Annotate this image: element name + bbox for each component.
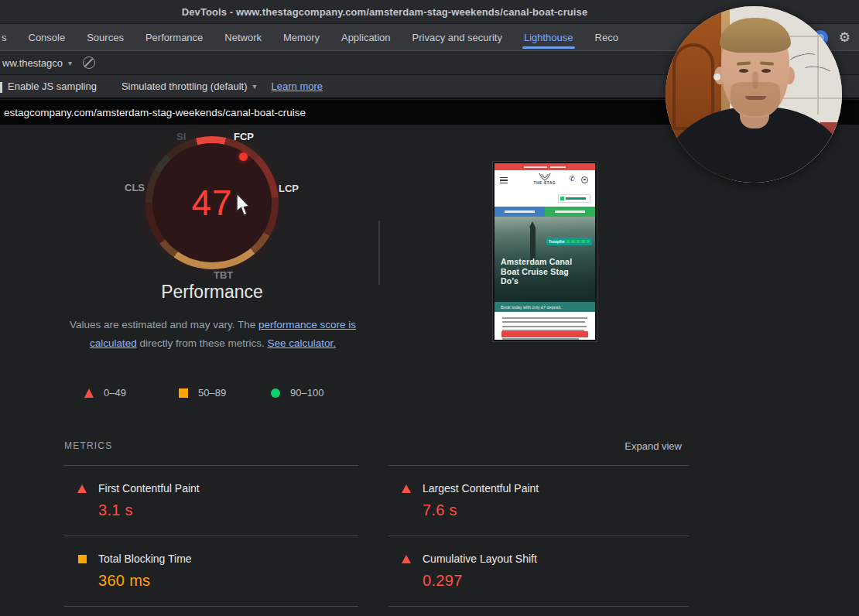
- person-eye: [761, 69, 771, 73]
- performance-score: 47: [191, 182, 232, 224]
- metric-divider: [388, 606, 689, 607]
- metric-name: First Contentful Paint: [98, 482, 200, 495]
- thumb-red-button: [501, 331, 588, 337]
- account-icon: [581, 176, 588, 183]
- score-description: Values are estimated and may vary. The p…: [66, 316, 360, 352]
- js-sampling-checkbox[interactable]: [0, 82, 2, 93]
- metric-value: 360 ms: [98, 572, 358, 590]
- poor-triangle-icon: [77, 484, 87, 493]
- thumb-hero-image: Trustpilot Amsterdam Canal Boat Cruise S…: [495, 217, 595, 302]
- tab-elements-partial[interactable]: s: [2, 24, 7, 50]
- thumb-header: THE STAG ✆: [495, 170, 595, 193]
- see-calculator-link[interactable]: See calculator.: [268, 337, 337, 349]
- lighthouse-report: 47 SI FCP LCP CLS TBT Performance Values…: [0, 125, 859, 616]
- gauge-marker-dot: [239, 152, 248, 161]
- legend-range: 90–100: [290, 387, 323, 399]
- block-icon[interactable]: [83, 56, 95, 69]
- legend-range: 50–89: [198, 387, 226, 399]
- poor-triangle-icon: [402, 555, 411, 563]
- metric-value: 0.297: [423, 572, 689, 590]
- thumb-logo: THE STAG: [495, 173, 595, 185]
- performance-score-gauge[interactable]: 47: [145, 136, 279, 269]
- mouse-cursor-icon: [234, 193, 252, 217]
- category-title: Performance: [119, 282, 305, 303]
- metric-total-blocking-time: Total Blocking Time 360 ms: [64, 536, 358, 606]
- thumb-deposit-bar: Book today with only £7 deposit.: [495, 302, 595, 312]
- window-title: DevTools - www.thestagcompany.com/amster…: [182, 6, 588, 18]
- tab-sources[interactable]: Sources: [87, 24, 124, 50]
- metric-cumulative-layout-shift: Cumulative Layout Shift 0.297: [388, 536, 689, 606]
- thumb-cta-buttons: [495, 207, 595, 217]
- average-square-icon: [179, 388, 188, 398]
- thumb-green-button: [545, 207, 595, 217]
- person-eye: [739, 69, 748, 73]
- webcam-overlay: [666, 6, 842, 183]
- origin-dropdown[interactable]: ww.thestagco: [0, 57, 63, 69]
- settings-gear-icon[interactable]: ⚙: [839, 29, 850, 46]
- metric-name: Cumulative Layout Shift: [423, 553, 537, 565]
- thumb-deposit-text: Book today with only £7 deposit.: [501, 305, 562, 310]
- gauge-label-tbt: TBT: [214, 269, 233, 281]
- thumb-promo-banner: [495, 163, 595, 170]
- church-tower-silhouette: [530, 228, 536, 260]
- trustpilot-label: Trustpilot: [549, 240, 565, 244]
- metric-largest-contentful-paint: Largest Contentful Paint 7.6 s: [388, 466, 689, 536]
- metric-first-contentful-paint: First Contentful Paint 3.1 s: [64, 466, 358, 536]
- gauge-label-si: SI: [176, 131, 186, 142]
- thumb-hero-heading: Amsterdam Canal Boat Cruise Stag Do's: [501, 257, 572, 286]
- tab-application[interactable]: Application: [341, 24, 391, 50]
- antler-logo-icon: [538, 173, 552, 181]
- metric-name: Largest Contentful Paint: [423, 482, 539, 495]
- tab-console[interactable]: Console: [29, 24, 66, 50]
- score-description-text: Values are estimated and may vary. The: [70, 319, 258, 330]
- person-nose: [752, 71, 758, 88]
- score-description-text: directly from these metrics.: [137, 337, 268, 349]
- metric-value: 3.1 s: [98, 501, 358, 519]
- report-url: estagcompany.com/amsterdam-stag-weekends…: [4, 107, 306, 118]
- average-square-icon: [78, 555, 87, 563]
- good-circle-icon: [271, 388, 280, 398]
- earbud-icon: [714, 74, 720, 80]
- page-screenshot-thumbnail[interactable]: THE STAG ✆ Trustpilot Amsterdam Canal: [493, 162, 597, 341]
- throttling-select[interactable]: Simulated throttling (default): [121, 80, 248, 92]
- tab-lighthouse[interactable]: Lighthouse: [524, 24, 573, 50]
- devtools-window: DevTools - www.thestagcompany.com/amster…: [0, 0, 859, 616]
- metric-divider: [64, 606, 358, 607]
- expand-view-button[interactable]: Expand view: [625, 440, 682, 452]
- trustpilot-pill: Trustpilot: [546, 238, 592, 245]
- phone-icon: ✆: [569, 175, 575, 183]
- poor-triangle-icon: [402, 484, 411, 493]
- gauge-inner: 47: [152, 143, 272, 262]
- closet-shelf: [782, 98, 842, 99]
- trustpilot-badge: [558, 194, 590, 203]
- legend-poor: 0–49: [84, 387, 126, 399]
- thumb-blue-button: [495, 207, 545, 217]
- chevron-down-icon[interactable]: ▾: [253, 82, 257, 91]
- legend-range: 0–49: [104, 387, 126, 399]
- chevron-down-icon[interactable]: ▾: [68, 59, 72, 67]
- tab-recorder-partial[interactable]: Reco: [595, 24, 618, 50]
- learn-more-link[interactable]: Learn more: [272, 80, 323, 92]
- tab-privacy-and-security[interactable]: Privacy and security: [412, 24, 502, 50]
- gauge-label-fcp: FCP: [234, 131, 254, 142]
- metric-value: 7.6 s: [423, 501, 689, 519]
- thumb-brand-text: THE STAG: [495, 181, 595, 185]
- legend-average: 50–89: [179, 387, 226, 399]
- tab-performance[interactable]: Performance: [145, 24, 203, 50]
- gauge-label-lcp: LCP: [279, 183, 299, 194]
- tab-network[interactable]: Network: [224, 24, 262, 50]
- metrics-heading: METRICS: [64, 440, 112, 451]
- gauge-label-cls: CLS: [125, 182, 145, 193]
- section-divider: [378, 221, 380, 285]
- person-mouth: [745, 96, 766, 100]
- js-sampling-label[interactable]: Enable JS sampling: [8, 80, 97, 92]
- poor-triangle-icon: [84, 388, 94, 398]
- metrics-grid: First Contentful Paint 3.1 s Total Block…: [64, 465, 689, 607]
- metric-name: Total Blocking Time: [98, 553, 192, 565]
- tab-memory[interactable]: Memory: [283, 24, 320, 50]
- legend-good: 90–100: [271, 387, 323, 399]
